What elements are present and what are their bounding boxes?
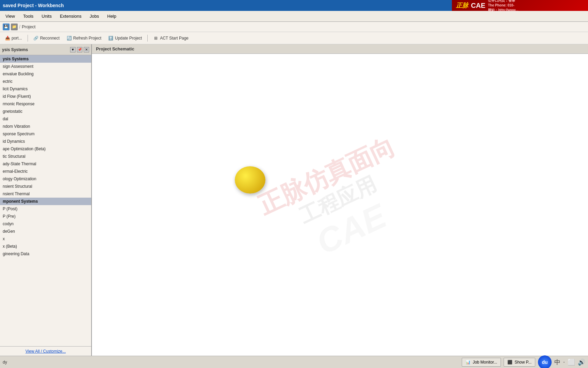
breadcrumb-separator: / [19, 24, 20, 30]
title-bar: saved Project - Workbench 正脉 CAE 公开口内页：登… [0, 0, 588, 11]
sidebar-item-design-assessment[interactable]: sign Assessment [0, 63, 91, 70]
schematic-header: Project Schematic [92, 44, 588, 54]
toolbar-separator-1 [28, 35, 28, 42]
speaker-icon[interactable]: 🔊 [578, 358, 585, 366]
act-label: ACT Start Page [160, 36, 189, 41]
update-label: Update Project [115, 36, 142, 41]
refresh-label: Refresh Project [73, 36, 101, 41]
sidebar-item-response-spectrum[interactable]: sponse Spectrum [0, 130, 91, 138]
sidebar-item-ecodyn[interactable]: codyn [0, 220, 91, 228]
menu-tools[interactable]: Tools [19, 12, 37, 20]
watermark-line2: 工程应用 [266, 158, 410, 243]
menu-extensions[interactable]: Extensions [56, 12, 86, 20]
sidebar-item-x-beta[interactable]: x (Beta) [0, 243, 91, 250]
act-icon: ⊞ [153, 35, 159, 41]
breadcrumb-bar: 💾 📁 / Project [0, 22, 588, 32]
status-left-label: dy [3, 360, 7, 365]
job-monitor-icon: 📊 [466, 360, 471, 365]
reconnect-button[interactable]: 🔗 Reconnect [31, 34, 62, 42]
reconnect-icon: 🔗 [33, 35, 39, 41]
sidebar-item-engineering-data[interactable]: gineering Data [0, 250, 91, 258]
sidebar-close-btn[interactable]: ✕ [84, 47, 89, 52]
logo-line3: 网站：http://www... [488, 8, 518, 13]
sidebar-item-thermal-electric[interactable]: ermal-Electric [0, 168, 91, 175]
status-right: 📊 Job Monitor... ⬛ Show P... du 中 · ⬜ 🔊 [462, 355, 585, 368]
import-button[interactable]: 📥 port... [2, 34, 25, 42]
sidebar-item-static-structural[interactable]: tic Structural [0, 153, 91, 160]
sidebar-item-steady-state-thermal[interactable]: ady-State Thermal [0, 160, 91, 168]
watermark-cae: CAE [276, 180, 426, 278]
dot-icon: · [563, 358, 565, 366]
sidebar-item-magnetostatic[interactable]: gnetostatic [0, 108, 91, 115]
menu-jobs[interactable]: Jobs [86, 12, 103, 20]
sidebar-item-modal[interactable]: dal [0, 115, 91, 123]
sidebar-item-topology-optimization[interactable]: ology Optimization [0, 175, 91, 183]
breadcrumb-project[interactable]: Project [22, 24, 35, 29]
sidebar-item-cfx-pre[interactable]: P (Pre) [0, 213, 91, 220]
sidebar: ysis Systems ▼ 📌 ✕ ysis Systems sign Ass… [0, 44, 92, 356]
watermark-line1: 正脉仿真面向 [254, 132, 399, 220]
logo-region: 正脉 CAE 公开口内页：登录 The Phone: 010- 网站：http:… [452, 0, 588, 11]
sidebar-item-explicit-dynamics[interactable]: licit Dynamics [0, 85, 91, 93]
sidebar-item-eigenvalue-buckling[interactable]: envalue Buckling [0, 70, 91, 78]
screen-icon[interactable]: ⬜ [568, 358, 575, 366]
sidebar-item-rigid-dynamics[interactable]: id Dynamics [0, 138, 91, 145]
project-schematic: Project Schematic 正脉仿真面向 工程应用 CAE [92, 44, 588, 356]
show-icon: ⬛ [507, 360, 512, 365]
sidebar-item-x[interactable]: x [0, 235, 91, 243]
job-monitor-button[interactable]: 📊 Job Monitor... [462, 358, 501, 367]
sidebar-dropdown-btn[interactable]: ▼ [70, 47, 76, 52]
show-label: Show P... [514, 360, 532, 365]
save-icon[interactable]: 💾 [3, 24, 10, 30]
act-start-page-button[interactable]: ⊞ ACT Start Page [150, 34, 191, 42]
import-icon: 📥 [5, 35, 10, 41]
schematic-content[interactable]: 正脉仿真面向 工程应用 CAE [92, 54, 588, 356]
app-title: saved Project - Workbench [3, 3, 64, 8]
update-icon: ⬆️ [108, 35, 114, 41]
toolbar-separator-2 [147, 35, 148, 42]
job-monitor-label: Job Monitor... [473, 360, 497, 365]
logo-info: 公开口内页：登录 The Phone: 010- 网站：http://www..… [488, 0, 518, 13]
sidebar-item-harmonic-response[interactable]: rmonic Response [0, 100, 91, 108]
sidebar-controls: ▼ 📌 ✕ [70, 47, 89, 52]
sidebar-title: ysis Systems [2, 47, 28, 52]
chinese-input-icon[interactable]: 中 [554, 358, 560, 366]
sidebar-item-icepak-gen[interactable]: deGen [0, 228, 91, 235]
refresh-project-button[interactable]: 🔄 Refresh Project [64, 34, 104, 42]
menu-view[interactable]: View [1, 12, 19, 20]
yellow-ball [235, 166, 265, 194]
schematic-title: Project Schematic [96, 46, 134, 51]
sidebar-header: ysis Systems ▼ 📌 ✕ [0, 44, 91, 55]
view-all-link[interactable]: View All / Customize... [26, 349, 66, 354]
sidebar-item-transient-structural[interactable]: nsient Structural [0, 183, 91, 190]
sidebar-pin-btn[interactable]: 📌 [77, 47, 82, 52]
sidebar-list: ysis Systems sign Assessment envalue Buc… [0, 55, 91, 346]
logo-line1: 公开口内页：登录 [488, 0, 518, 3]
menu-help[interactable]: Help [103, 12, 120, 20]
sidebar-footer: View All / Customize... [0, 346, 91, 356]
sidebar-item-analysis-systems[interactable]: ysis Systems [0, 55, 91, 63]
logo-line2: The Phone: 010- [488, 3, 518, 8]
sidebar-item-transient-thermal[interactable]: nsient Thermal [0, 190, 91, 198]
baidu-label: du [542, 359, 548, 365]
logo-cae-text: CAE [471, 2, 485, 10]
refresh-icon: 🔄 [66, 35, 72, 41]
sidebar-item-random-vibration[interactable]: ndom Vibration [0, 123, 91, 130]
toolbar: 📥 port... 🔗 Reconnect 🔄 Refresh Project … [0, 32, 588, 44]
status-bar: dy 📊 Job Monitor... ⬛ Show P... du 中 · ⬜… [0, 356, 588, 368]
show-panel-button[interactable]: ⬛ Show P... [504, 358, 535, 367]
sidebar-item-cfx-post[interactable]: P (Post) [0, 205, 91, 213]
sidebar-item-fluid-flow[interactable]: id Flow (Fluent) [0, 93, 91, 100]
menu-units[interactable]: Units [37, 12, 56, 20]
import-label: port... [12, 36, 22, 41]
update-project-button[interactable]: ⬆️ Update Project [105, 34, 145, 42]
logo-cn-text: 正脉 [456, 1, 468, 10]
sidebar-item-shape-optimization[interactable]: ape Optimization (Beta) [0, 145, 91, 153]
sidebar-item-electric[interactable]: ectric [0, 78, 91, 85]
folder-icon[interactable]: 📁 [11, 24, 18, 30]
baidu-button[interactable]: du [538, 355, 552, 368]
sidebar-item-component-systems[interactable]: mponent Systems [0, 198, 91, 205]
reconnect-label: Reconnect [40, 36, 60, 41]
watermark: 正脉仿真面向 工程应用 CAE [254, 132, 426, 278]
